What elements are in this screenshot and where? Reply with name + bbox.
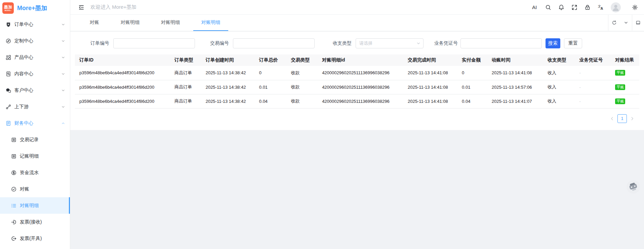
column-header: 动账时间 — [487, 54, 543, 66]
column-header: 订单ID — [75, 54, 170, 66]
maximize-icon[interactable] — [632, 15, 644, 31]
chevron-down-icon[interactable] — [620, 15, 632, 31]
filter-label: 业务凭证号 — [434, 40, 458, 46]
ai-button[interactable]: AI — [532, 4, 538, 10]
filter-trade-no: 交易编号 — [210, 38, 315, 48]
bell-icon[interactable] — [558, 4, 564, 10]
check-circle-icon — [11, 186, 16, 192]
sidebar-menu: 订单中心定制中心产品中心内容中心客户中心上下游财务中心交易记录记账明细资金流水对… — [0, 16, 70, 247]
table-cell: 2025-11-13 14:38:42 — [201, 66, 255, 80]
table-row: p3596m48be6b4ca4ed4ff3014f86d200商品订单2025… — [75, 66, 639, 80]
column-header: 对账结果 — [611, 54, 639, 66]
trade-no-input[interactable] — [233, 38, 315, 48]
table-cell: 2025-11-13 14:38:42 — [201, 80, 255, 94]
search-button[interactable]: 搜索 — [546, 38, 560, 48]
select-placeholder: 请选择 — [359, 40, 416, 46]
table-cell: p3596m48be6b4ca4ed4ff3014f86d200 — [75, 94, 170, 108]
table-cell: 平账 — [611, 66, 639, 80]
sidebar-item-label: 记账明细 — [20, 153, 65, 159]
sidebar-item-customer-center[interactable]: 客户中心 — [0, 82, 70, 98]
table-cell: 收入 — [543, 80, 575, 94]
table-cell: - — [575, 94, 611, 108]
column-header: 交易完成时间 — [403, 54, 457, 66]
sidebar-item-transaction-records[interactable]: 交易记录 — [0, 131, 70, 148]
chevron-down-icon — [61, 39, 65, 43]
user-avatar[interactable] — [611, 2, 621, 12]
brand: 墨加 MORE+ More+墨加 — [0, 0, 70, 16]
tab-2[interactable]: 对账明细 — [113, 15, 148, 31]
voucher-no-input[interactable] — [460, 38, 542, 48]
table-cell: 收款 — [286, 94, 318, 108]
table-cell: p3596m48be6b4ca4ed4ff3014f86d200 — [75, 66, 170, 80]
translate-icon[interactable]: 文 A — [598, 4, 604, 10]
status-badge: 平账 — [615, 70, 625, 76]
fullscreen-icon[interactable] — [571, 4, 577, 10]
sidebar-item-invoice-issue[interactable]: 发票(开具) — [0, 230, 70, 247]
table-cell: 2025-11-13 14:41:08 — [403, 66, 457, 80]
reset-button[interactable]: 重置 — [564, 38, 582, 48]
order-no-input[interactable] — [113, 38, 195, 48]
tab-3[interactable]: 对账明细 — [153, 15, 188, 31]
table-cell: 0 — [255, 66, 287, 80]
chevron-down-icon — [61, 105, 65, 109]
sidebar-item-label: 对账 — [20, 186, 65, 192]
sidebar-item-bookkeeping-details[interactable]: 记账明细 — [0, 148, 70, 164]
table-cell: 商品订单 — [170, 66, 201, 80]
chat-icon — [6, 88, 11, 93]
sidebar-item-finance-center[interactable]: 财务中心 — [0, 115, 70, 131]
column-header: 交易类型 — [286, 54, 318, 66]
sidebar-item-label: 客户中心 — [14, 87, 60, 93]
table-cell: 4200002960202511136996038296 — [318, 66, 403, 80]
sidebar-item-reconciliation-details[interactable]: 对账明细 — [0, 197, 70, 214]
sidebar-item-product-center[interactable]: 产品中心 — [0, 49, 70, 66]
sidebar-item-label: 上下游 — [14, 104, 60, 110]
table-cell: 0.01 — [457, 80, 487, 94]
arrow-out-circle-icon — [11, 236, 16, 241]
sidebar-item-content-center[interactable]: 内容中心 — [0, 66, 70, 82]
tab-tools — [608, 15, 644, 31]
sidebar-item-fund-flow[interactable]: 资金流水 — [0, 164, 70, 181]
person-icon — [611, 3, 620, 12]
dollar-circle-icon — [11, 170, 16, 175]
collapse-sidebar-icon[interactable] — [78, 4, 84, 10]
sidebar-item-upstream-downstream[interactable]: 上下游 — [0, 98, 70, 115]
table-cell: 商品订单 — [170, 94, 201, 108]
table-cell: 0 — [457, 66, 487, 80]
table-cell: 0.01 — [255, 80, 287, 94]
sidebar-item-label: 资金流水 — [20, 170, 65, 176]
search-icon[interactable] — [545, 4, 551, 10]
assistant-robot-widget[interactable] — [626, 179, 641, 194]
tab-1[interactable]: 对账 — [82, 15, 107, 31]
table-cell: 2025-11-13 14:57:06 — [487, 80, 543, 94]
next-page-icon[interactable] — [630, 116, 635, 121]
table-cell: 平账 — [611, 80, 639, 94]
sidebar-item-reconciliation[interactable]: 对账 — [0, 181, 70, 197]
chevron-down-icon — [61, 72, 65, 76]
brand-logo: 墨加 MORE+ — [2, 2, 14, 14]
sidebar-item-invoice-receive[interactable]: 发票(接收) — [0, 214, 70, 230]
prev-page-icon[interactable] — [610, 116, 614, 121]
ledger-icon — [11, 154, 16, 159]
refresh-icon[interactable] — [608, 15, 620, 31]
tab-bar: 对账对账明细对账明细对账明细 — [70, 15, 644, 31]
sidebar-item-order-center[interactable]: 订单中心 — [0, 16, 70, 33]
gear-icon[interactable] — [632, 4, 638, 10]
table-row: p3596m48be6b4ca4ed4ff3014f86d200商品订单2025… — [75, 94, 639, 108]
table-cell: p3596m48be6b4ca4ed4ff3014f86d200 — [75, 80, 170, 94]
finance-icon — [6, 121, 11, 126]
table-cell: 4200002960202511136996038296 — [318, 94, 403, 108]
pagination: 1 — [75, 114, 639, 123]
sidebar-item-label: 对账明细 — [20, 203, 65, 209]
welcome-text: 欢迎进入 More+墨加 — [90, 4, 136, 10]
tab-4[interactable]: 对账明细 — [193, 15, 228, 31]
sidebar-item-custom-center[interactable]: 定制中心 — [0, 33, 70, 49]
arrow-in-circle-icon — [11, 219, 16, 225]
brand-title: More+墨加 — [17, 4, 47, 12]
table-cell: 平账 — [611, 94, 639, 108]
inout-type-select[interactable]: 请选择 — [356, 38, 424, 48]
reconciliation-table: 订单ID订单类型订单创建时间订单总价交易类型对账明细id交易完成时间实付金额动账… — [75, 54, 639, 109]
lock-icon[interactable] — [585, 4, 591, 10]
compass-icon — [6, 38, 11, 44]
link-icon — [6, 104, 11, 110]
page-number-button[interactable]: 1 — [617, 114, 627, 123]
